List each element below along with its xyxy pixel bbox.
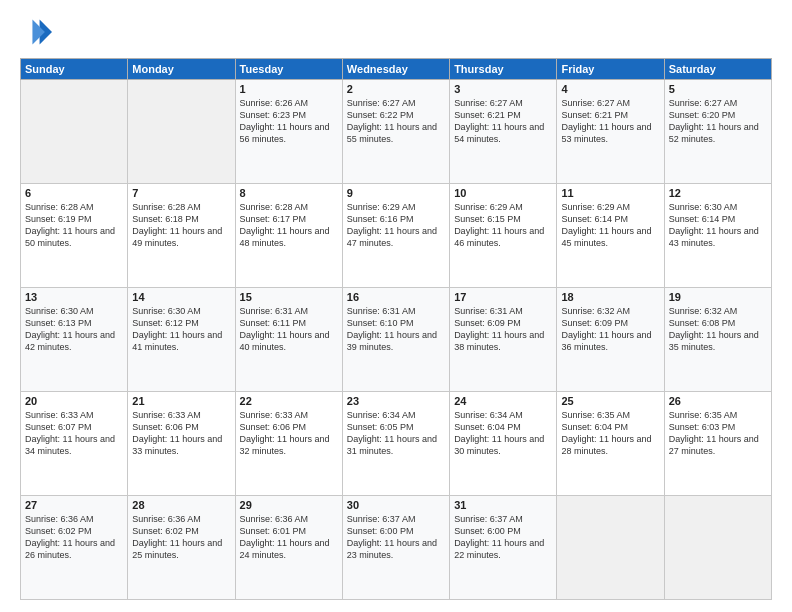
cell-info: Sunrise: 6:27 AMSunset: 6:21 PMDaylight:… [454,98,544,144]
calendar-cell: 18Sunrise: 6:32 AMSunset: 6:09 PMDayligh… [557,288,664,392]
day-number: 23 [347,395,445,407]
day-number: 24 [454,395,552,407]
day-number: 18 [561,291,659,303]
calendar-cell: 30Sunrise: 6:37 AMSunset: 6:00 PMDayligh… [342,496,449,600]
calendar-cell: 10Sunrise: 6:29 AMSunset: 6:15 PMDayligh… [450,184,557,288]
calendar-cell: 27Sunrise: 6:36 AMSunset: 6:02 PMDayligh… [21,496,128,600]
day-number: 26 [669,395,767,407]
day-number: 11 [561,187,659,199]
calendar-cell [557,496,664,600]
day-number: 1 [240,83,338,95]
calendar-cell: 8Sunrise: 6:28 AMSunset: 6:17 PMDaylight… [235,184,342,288]
cell-info: Sunrise: 6:36 AMSunset: 6:02 PMDaylight:… [25,514,115,560]
cell-info: Sunrise: 6:32 AMSunset: 6:08 PMDaylight:… [669,306,759,352]
calendar-cell: 13Sunrise: 6:30 AMSunset: 6:13 PMDayligh… [21,288,128,392]
cell-info: Sunrise: 6:27 AMSunset: 6:21 PMDaylight:… [561,98,651,144]
day-number: 21 [132,395,230,407]
day-number: 19 [669,291,767,303]
cell-info: Sunrise: 6:28 AMSunset: 6:18 PMDaylight:… [132,202,222,248]
dow-header-thursday: Thursday [450,59,557,80]
cell-info: Sunrise: 6:29 AMSunset: 6:14 PMDaylight:… [561,202,651,248]
cell-info: Sunrise: 6:34 AMSunset: 6:04 PMDaylight:… [454,410,544,456]
cell-info: Sunrise: 6:30 AMSunset: 6:14 PMDaylight:… [669,202,759,248]
cell-info: Sunrise: 6:31 AMSunset: 6:11 PMDaylight:… [240,306,330,352]
calendar-cell: 28Sunrise: 6:36 AMSunset: 6:02 PMDayligh… [128,496,235,600]
cell-info: Sunrise: 6:35 AMSunset: 6:04 PMDaylight:… [561,410,651,456]
cell-info: Sunrise: 6:37 AMSunset: 6:00 PMDaylight:… [347,514,437,560]
day-number: 13 [25,291,123,303]
day-number: 30 [347,499,445,511]
day-number: 2 [347,83,445,95]
calendar-cell: 1Sunrise: 6:26 AMSunset: 6:23 PMDaylight… [235,80,342,184]
day-number: 22 [240,395,338,407]
day-number: 7 [132,187,230,199]
day-number: 17 [454,291,552,303]
calendar-cell: 15Sunrise: 6:31 AMSunset: 6:11 PMDayligh… [235,288,342,392]
cell-info: Sunrise: 6:31 AMSunset: 6:10 PMDaylight:… [347,306,437,352]
cell-info: Sunrise: 6:30 AMSunset: 6:13 PMDaylight:… [25,306,115,352]
cell-info: Sunrise: 6:36 AMSunset: 6:01 PMDaylight:… [240,514,330,560]
day-number: 28 [132,499,230,511]
cell-info: Sunrise: 6:33 AMSunset: 6:07 PMDaylight:… [25,410,115,456]
logo [20,16,56,48]
day-number: 12 [669,187,767,199]
day-number: 15 [240,291,338,303]
calendar-cell: 20Sunrise: 6:33 AMSunset: 6:07 PMDayligh… [21,392,128,496]
cell-info: Sunrise: 6:27 AMSunset: 6:20 PMDaylight:… [669,98,759,144]
dow-header-saturday: Saturday [664,59,771,80]
day-number: 3 [454,83,552,95]
cell-info: Sunrise: 6:37 AMSunset: 6:00 PMDaylight:… [454,514,544,560]
calendar-cell: 11Sunrise: 6:29 AMSunset: 6:14 PMDayligh… [557,184,664,288]
cell-info: Sunrise: 6:34 AMSunset: 6:05 PMDaylight:… [347,410,437,456]
calendar-cell [128,80,235,184]
calendar-cell: 26Sunrise: 6:35 AMSunset: 6:03 PMDayligh… [664,392,771,496]
calendar-cell: 31Sunrise: 6:37 AMSunset: 6:00 PMDayligh… [450,496,557,600]
cell-info: Sunrise: 6:32 AMSunset: 6:09 PMDaylight:… [561,306,651,352]
cell-info: Sunrise: 6:26 AMSunset: 6:23 PMDaylight:… [240,98,330,144]
day-number: 14 [132,291,230,303]
calendar-cell: 22Sunrise: 6:33 AMSunset: 6:06 PMDayligh… [235,392,342,496]
day-number: 29 [240,499,338,511]
calendar-cell: 3Sunrise: 6:27 AMSunset: 6:21 PMDaylight… [450,80,557,184]
page: SundayMondayTuesdayWednesdayThursdayFrid… [0,0,792,612]
day-number: 8 [240,187,338,199]
calendar-cell: 6Sunrise: 6:28 AMSunset: 6:19 PMDaylight… [21,184,128,288]
calendar-table: SundayMondayTuesdayWednesdayThursdayFrid… [20,58,772,600]
dow-header-friday: Friday [557,59,664,80]
calendar-cell: 2Sunrise: 6:27 AMSunset: 6:22 PMDaylight… [342,80,449,184]
cell-info: Sunrise: 6:31 AMSunset: 6:09 PMDaylight:… [454,306,544,352]
calendar-cell: 12Sunrise: 6:30 AMSunset: 6:14 PMDayligh… [664,184,771,288]
calendar-cell: 19Sunrise: 6:32 AMSunset: 6:08 PMDayligh… [664,288,771,392]
cell-info: Sunrise: 6:35 AMSunset: 6:03 PMDaylight:… [669,410,759,456]
calendar-cell: 17Sunrise: 6:31 AMSunset: 6:09 PMDayligh… [450,288,557,392]
calendar-cell: 24Sunrise: 6:34 AMSunset: 6:04 PMDayligh… [450,392,557,496]
day-number: 4 [561,83,659,95]
logo-icon [20,16,52,48]
calendar-cell: 29Sunrise: 6:36 AMSunset: 6:01 PMDayligh… [235,496,342,600]
cell-info: Sunrise: 6:33 AMSunset: 6:06 PMDaylight:… [240,410,330,456]
calendar-cell: 14Sunrise: 6:30 AMSunset: 6:12 PMDayligh… [128,288,235,392]
calendar-cell: 9Sunrise: 6:29 AMSunset: 6:16 PMDaylight… [342,184,449,288]
calendar-cell [664,496,771,600]
calendar-cell: 7Sunrise: 6:28 AMSunset: 6:18 PMDaylight… [128,184,235,288]
day-number: 9 [347,187,445,199]
day-number: 25 [561,395,659,407]
calendar-cell: 25Sunrise: 6:35 AMSunset: 6:04 PMDayligh… [557,392,664,496]
header [20,16,772,48]
cell-info: Sunrise: 6:28 AMSunset: 6:19 PMDaylight:… [25,202,115,248]
day-number: 6 [25,187,123,199]
calendar-cell: 21Sunrise: 6:33 AMSunset: 6:06 PMDayligh… [128,392,235,496]
cell-info: Sunrise: 6:29 AMSunset: 6:15 PMDaylight:… [454,202,544,248]
calendar-cell: 16Sunrise: 6:31 AMSunset: 6:10 PMDayligh… [342,288,449,392]
day-number: 20 [25,395,123,407]
day-number: 10 [454,187,552,199]
day-number: 16 [347,291,445,303]
calendar-cell: 5Sunrise: 6:27 AMSunset: 6:20 PMDaylight… [664,80,771,184]
cell-info: Sunrise: 6:27 AMSunset: 6:22 PMDaylight:… [347,98,437,144]
dow-header-wednesday: Wednesday [342,59,449,80]
cell-info: Sunrise: 6:30 AMSunset: 6:12 PMDaylight:… [132,306,222,352]
dow-header-sunday: Sunday [21,59,128,80]
cell-info: Sunrise: 6:36 AMSunset: 6:02 PMDaylight:… [132,514,222,560]
day-number: 31 [454,499,552,511]
dow-header-tuesday: Tuesday [235,59,342,80]
